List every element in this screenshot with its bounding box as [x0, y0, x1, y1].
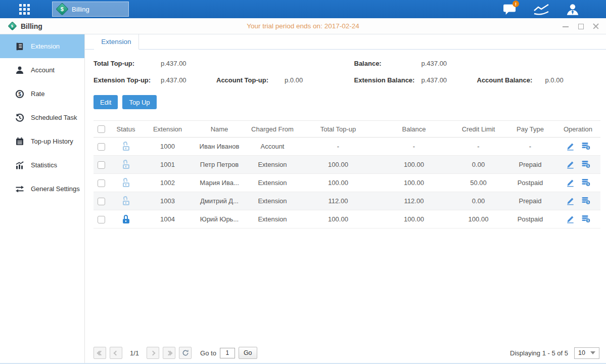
sidebar-item-extension[interactable]: Extension [0, 34, 84, 58]
select-all-checkbox[interactable] [98, 125, 105, 133]
cell-name: Иван Иванов [194, 138, 245, 156]
sidebar-item-scheduled-task[interactable]: Scheduled Task [0, 106, 84, 129]
cell-balance: - [376, 138, 452, 156]
cell-credit-limit: 50.00 [452, 174, 505, 192]
column-balance: Balance [376, 121, 452, 138]
cell-pay-type: Postpaid [505, 210, 555, 229]
goto-page-input[interactable] [220, 348, 235, 358]
cell-extension: 1001 [141, 156, 194, 174]
cell-total-topup: 100.00 [300, 174, 376, 192]
unlocked-status-icon [122, 197, 130, 205]
page-indicator: 1/1 [126, 349, 143, 357]
sidebar-item-rate[interactable]: $ Rate [0, 82, 84, 106]
app-launcher-icon[interactable] [19, 4, 30, 15]
edit-row-icon[interactable] [566, 215, 575, 223]
cell-extension: 1002 [141, 174, 194, 192]
top-up-row-icon[interactable]: $ [582, 160, 590, 169]
chevron-down-icon [590, 351, 595, 354]
edit-row-icon[interactable] [566, 197, 575, 205]
svg-text:$: $ [587, 146, 589, 149]
cell-extension: 1000 [141, 138, 194, 156]
sidebar-item-statistics[interactable]: Statistics [0, 153, 84, 177]
sidebar-item-topup-history[interactable]: Top-up History [0, 129, 84, 153]
refresh-button[interactable] [179, 347, 192, 359]
account-balance-label: Account Balance: [477, 76, 545, 84]
window-title: Billing [21, 22, 42, 30]
row-checkbox[interactable] [98, 179, 105, 187]
cell-balance: 100.00 [376, 156, 452, 174]
statistics-bars-icon [15, 161, 24, 170]
account-topup-value: p.0.00 [285, 76, 339, 84]
unlocked-status-icon [122, 178, 130, 187]
page-size-value: 10 [578, 349, 585, 356]
extension-balance-label: Extension Balance: [354, 76, 422, 84]
edit-row-icon[interactable] [566, 160, 575, 169]
table-header-row: Status Extension Name Charged From Total… [94, 121, 600, 138]
summary-topup: Total Top-up: p.437.00 Extension Top-up:… [94, 60, 339, 84]
maximize-icon[interactable] [578, 23, 584, 29]
column-operation: Operation [555, 121, 600, 138]
top-up-row-icon[interactable]: $ [582, 215, 590, 223]
edit-row-icon[interactable] [566, 142, 575, 151]
edit-row-icon[interactable] [566, 178, 575, 187]
cell-pay-type: - [505, 138, 555, 156]
sidebar-item-label: Rate [31, 90, 44, 98]
locked-status-icon [122, 215, 130, 223]
titlebar: $ Billing Your trial period ends on: 201… [0, 18, 606, 34]
user-account-icon[interactable] [565, 3, 581, 16]
topup-history-calendar-icon [15, 137, 24, 146]
cell-credit-limit: 100.00 [452, 210, 505, 229]
top-up-button[interactable]: Top Up [122, 95, 156, 109]
sidebar-item-label: Scheduled Task [31, 114, 77, 121]
sidebar: Extension Account $ Rate [0, 34, 85, 363]
window-controls [563, 23, 599, 29]
unlocked-status-icon [122, 160, 130, 169]
cell-credit-limit: - [452, 138, 505, 156]
statistics-chart-icon[interactable] [533, 3, 549, 16]
top-up-row-icon[interactable]: $ [582, 197, 590, 205]
sidebar-item-account[interactable]: Account [0, 58, 84, 82]
next-page-button[interactable] [147, 347, 159, 359]
top-up-row-icon[interactable]: $ [582, 178, 590, 187]
tab-extension[interactable]: Extension [94, 34, 139, 50]
column-status: Status [111, 121, 141, 138]
first-page-button[interactable] [94, 347, 106, 359]
cell-pay-type: Postpaid [505, 174, 555, 192]
close-icon[interactable] [593, 23, 599, 29]
minimize-icon[interactable] [563, 23, 569, 29]
cell-name: Мария Ива... [194, 174, 245, 192]
cell-balance: 112.00 [376, 192, 452, 210]
extension-topup-label: Extension Top-up: [94, 76, 161, 84]
row-checkbox[interactable] [98, 161, 105, 169]
general-settings-arrows-icon [15, 185, 24, 194]
taskbar-tab-billing[interactable]: $ Billing [52, 2, 129, 17]
refresh-icon [182, 349, 189, 356]
main-panel: Extension Total Top-up: p.437.00 Extensi… [85, 34, 606, 363]
table-row: 1001 Петр Петров Extension 100.00 100.00… [94, 156, 600, 174]
column-pay-type: Pay Type [505, 121, 555, 138]
svg-text:$: $ [587, 200, 589, 204]
cell-charged-from: Account [245, 138, 300, 156]
cell-total-topup: - [300, 138, 376, 156]
balance-label: Balance: [354, 60, 422, 67]
last-page-button[interactable] [163, 347, 175, 359]
row-checkbox[interactable] [98, 216, 105, 223]
messages-icon[interactable]: ! [502, 3, 518, 16]
top-up-row-icon[interactable]: $ [582, 142, 590, 151]
cell-credit-limit: 0.00 [452, 156, 505, 174]
page-size-select[interactable]: 10 [574, 347, 599, 359]
row-checkbox[interactable] [98, 198, 105, 205]
table-row: 1002 Мария Ива... Extension 100.00 100.0… [94, 174, 600, 192]
trial-period-message: Your trial period ends on: 2017-02-24 [0, 22, 606, 30]
row-checkbox[interactable] [98, 143, 105, 151]
sidebar-item-label: General Settings [31, 185, 80, 193]
edit-button[interactable]: Edit [94, 95, 118, 109]
cell-charged-from: Extension [245, 156, 300, 174]
tabbar: Extension [85, 34, 606, 50]
previous-page-button[interactable] [110, 347, 122, 359]
go-button[interactable]: Go [239, 347, 257, 359]
summary-panel: Total Top-up: p.437.00 Extension Top-up:… [94, 60, 599, 84]
table-row: 1000 Иван Иванов Account - - - - $ [94, 138, 600, 156]
extensions-table: Status Extension Name Charged From Total… [94, 120, 600, 229]
sidebar-item-general-settings[interactable]: General Settings [0, 177, 84, 201]
